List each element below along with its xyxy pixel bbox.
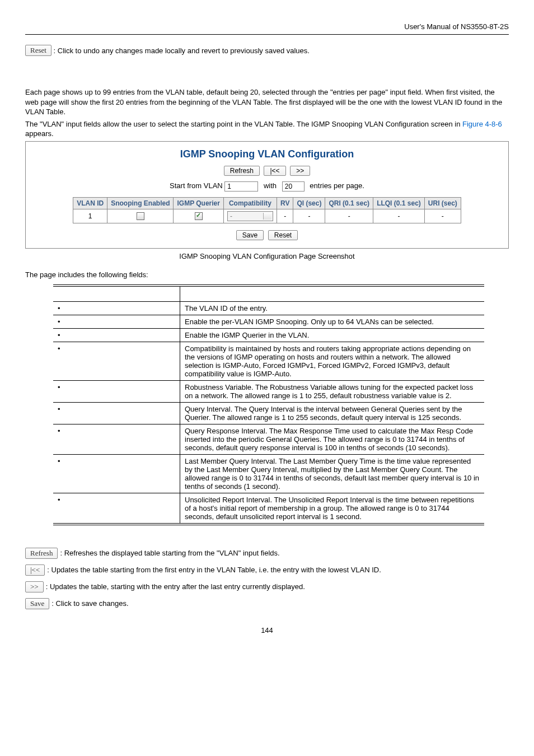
col-igmp-querier: IGMP Querier <box>174 197 223 209</box>
field-name-cell <box>53 493 180 524</box>
field-row: The VLAN ID of the entry. <box>53 301 484 315</box>
next-page-button[interactable]: >> <box>290 166 310 176</box>
table-header-row: VLAN ID Snooping Enabled IGMP Querier Co… <box>73 197 461 209</box>
screenshot-caption: IGMP Snooping VLAN Configuration Page Sc… <box>25 252 509 260</box>
col-vlan-id: VLAN ID <box>73 197 107 209</box>
footer-first-row: |<< : Updates the table starting from th… <box>25 564 509 576</box>
fields-header-right <box>180 286 485 302</box>
footer-first-button[interactable]: |<< <box>25 564 45 576</box>
save-button[interactable]: Save <box>236 230 264 240</box>
field-desc-cell: Enable the per-VLAN IGMP Snooping. Only … <box>180 315 485 328</box>
field-desc-cell: Query Interval. The Query Interval is th… <box>180 402 485 424</box>
intro-paragraph-2: The "VLAN" input fields allow the user t… <box>25 119 509 139</box>
fields-intro: The page includes the following fields: <box>25 270 509 279</box>
cell-qi: - <box>293 209 325 223</box>
cell-compat: - <box>223 209 277 223</box>
compatibility-select[interactable]: - <box>227 211 273 221</box>
querier-checkbox[interactable] <box>195 212 203 220</box>
footer-refresh-row: Refresh : Refreshes the displayed table … <box>25 548 509 559</box>
field-desc-cell: Enable the IGMP Querier in the VLAN. <box>180 328 485 342</box>
field-desc-cell: The VLAN ID of the entry. <box>180 301 485 315</box>
col-snooping-enabled: Snooping Enabled <box>107 197 174 209</box>
cell-rv: - <box>277 209 293 223</box>
paging-row: Start from VLAN 1 with 20 entries per pa… <box>28 181 506 192</box>
cell-snooping <box>107 209 174 223</box>
field-desc-cell: Last Member Query Interval. The Last Mem… <box>180 454 485 493</box>
entries-per-page-input[interactable]: 20 <box>282 181 305 192</box>
panel-title: IGMP Snooping VLAN Configuration <box>28 148 506 160</box>
field-row: Enable the IGMP Querier in the VLAN. <box>53 328 484 342</box>
first-page-button[interactable]: |<< <box>264 166 285 176</box>
field-name-cell <box>53 315 180 328</box>
footer-save-text: : Click to save changes. <box>51 599 509 608</box>
field-desc-cell: Compatibility is maintained by hosts and… <box>180 342 485 380</box>
manual-title: User's Manual of NS3550-8T-2S <box>25 22 509 31</box>
refresh-button[interactable]: Refresh <box>224 166 260 176</box>
field-row: Compatibility is maintained by hosts and… <box>53 342 484 380</box>
fields-header-left <box>53 286 180 302</box>
document-page: User's Manual of NS3550-8T-2S Reset : Cl… <box>0 0 534 651</box>
footer-refresh-button[interactable]: Refresh <box>25 548 58 559</box>
cell-uri: - <box>424 209 461 223</box>
intro-p2-a: The "VLAN" input fields allow the user t… <box>25 120 462 128</box>
field-row: Query Response Interval. The Max Respons… <box>53 424 484 454</box>
cell-vlan-id: 1 <box>73 209 107 223</box>
footer-next-button[interactable]: >> <box>25 581 44 592</box>
field-row: Enable the per-VLAN IGMP Snooping. Only … <box>53 315 484 328</box>
field-name-cell <box>53 402 180 424</box>
footer-next-text: : Updates the table, starting with the e… <box>46 582 509 591</box>
with-label: with <box>264 181 277 190</box>
field-desc-cell: Query Response Interval. The Max Respons… <box>180 424 485 454</box>
footer-save-button[interactable]: Save <box>25 598 49 609</box>
field-row: Last Member Query Interval. The Last Mem… <box>53 454 484 493</box>
header-rule <box>25 34 509 35</box>
footer-refresh-text: : Refreshes the displayed table starting… <box>60 549 509 557</box>
figure-link[interactable]: Figure 4-8-6 <box>462 120 502 128</box>
col-rv: RV <box>277 197 293 209</box>
intro-paragraph-1: Each page shows up to 99 entries from th… <box>25 87 509 117</box>
reset-description: : Click to undo any changes made locally… <box>54 46 310 55</box>
cell-querier <box>174 209 223 223</box>
chevron-down-icon <box>265 215 269 218</box>
start-from-label: Start from VLAN <box>170 181 223 190</box>
start-vlan-input[interactable]: 1 <box>224 181 258 192</box>
field-name-cell <box>53 454 180 493</box>
field-desc-cell: Robustness Variable. The Robustness Vari… <box>180 380 485 402</box>
col-uri: URI (sec) <box>424 197 461 209</box>
field-row: Unsolicited Report Interval. The Unsolic… <box>53 493 484 524</box>
reset-description-row: Reset : Click to undo any changes made l… <box>25 45 509 56</box>
col-qri: QRI (0.1 sec) <box>325 197 373 209</box>
footer-save-row: Save : Click to save changes. <box>25 598 509 609</box>
reset-button-panel[interactable]: Reset <box>268 230 298 240</box>
field-name-cell <box>53 342 180 380</box>
field-desc-cell: Unsolicited Report Interval. The Unsolic… <box>180 493 485 524</box>
footer-next-row: >> : Updates the table, starting with th… <box>25 581 509 592</box>
vlan-config-table: VLAN ID Snooping Enabled IGMP Querier Co… <box>73 197 461 223</box>
page-number: 144 <box>25 626 509 634</box>
fields-header-row <box>53 286 484 302</box>
field-row: Query Interval. The Query Interval is th… <box>53 402 484 424</box>
field-name-cell <box>53 380 180 402</box>
col-compatibility: Compatibility <box>223 197 277 209</box>
compat-value: - <box>230 212 232 220</box>
intro-p2-b: appears. <box>25 129 54 138</box>
col-llqi: LLQI (0.1 sec) <box>373 197 425 209</box>
reset-button[interactable]: Reset <box>25 45 51 56</box>
entries-label: entries per page. <box>310 181 364 190</box>
cell-llqi: - <box>373 209 425 223</box>
save-reset-row: Save Reset <box>28 230 506 240</box>
field-row: Robustness Variable. The Robustness Vari… <box>53 380 484 402</box>
field-name-cell <box>53 328 180 342</box>
cell-qri: - <box>325 209 373 223</box>
panel-button-row: Refresh |<< >> <box>28 166 506 176</box>
table-row: 1 - - - - - - <box>73 209 461 223</box>
field-name-cell <box>53 424 180 454</box>
footer-first-text: : Updates the table starting from the fi… <box>47 566 509 574</box>
footer-buttons-section: Refresh : Refreshes the displayed table … <box>25 548 509 609</box>
config-panel: IGMP Snooping VLAN Configuration Refresh… <box>25 141 509 249</box>
fields-table: The VLAN ID of the entry. Enable the per… <box>53 284 484 525</box>
field-name-cell <box>53 301 180 315</box>
col-qi: QI (sec) <box>293 197 325 209</box>
snooping-checkbox[interactable] <box>137 212 144 220</box>
